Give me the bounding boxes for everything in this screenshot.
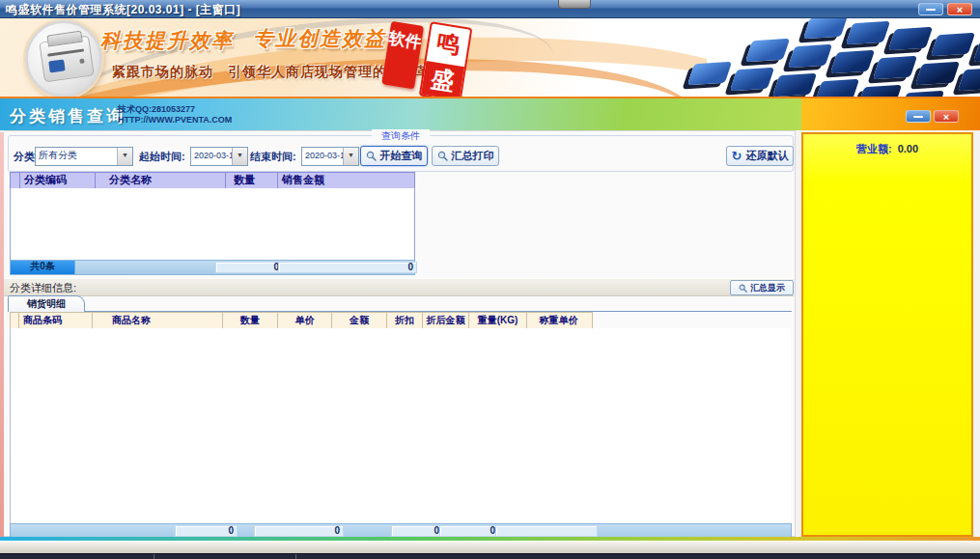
summary-print-button[interactable]: 汇总打印 xyxy=(432,146,499,166)
category-table-footer: 共0条 0 0 xyxy=(10,260,415,275)
summary-display-button[interactable]: 汇总显示 xyxy=(730,280,794,295)
restore-icon: ↻ xyxy=(732,150,742,162)
chevron-down-icon: ▼ xyxy=(232,148,247,165)
chevron-down-icon: ▼ xyxy=(117,148,132,165)
minimize-icon xyxy=(926,9,936,11)
window-close-button[interactable]: × xyxy=(947,3,972,15)
category-label: 分类 xyxy=(14,150,35,164)
category-table-body[interactable] xyxy=(10,188,415,260)
revenue-value: 0.00 xyxy=(895,143,918,154)
close-icon: × xyxy=(943,112,949,122)
banner-slogan-left: 科技提升效率 xyxy=(100,27,234,54)
column-header: 数量 xyxy=(226,173,278,189)
summary-display-label: 汇总显示 xyxy=(750,282,785,294)
amount-total: 0 xyxy=(278,262,417,273)
magnifier-icon xyxy=(366,151,377,161)
chevron-down-icon: ▼ xyxy=(343,148,358,165)
child-window-controls-bar: × xyxy=(801,98,980,130)
minimize-icon xyxy=(913,116,923,118)
taskbar-divider xyxy=(154,554,154,559)
revenue-side-panel: 营业额: 0.00 xyxy=(801,132,973,537)
row-selector-header xyxy=(11,313,19,329)
column-header: 销售金额 xyxy=(278,173,412,189)
column-header: 商品名称 xyxy=(93,313,223,329)
tab-sales-detail[interactable]: 销货明细 xyxy=(8,295,85,312)
tiles-decoration xyxy=(707,18,980,97)
column-header: 商品条码 xyxy=(19,313,93,329)
column-header: 分类名称 xyxy=(96,173,226,189)
child-minimize-button[interactable] xyxy=(906,110,931,123)
category-value: 所有分类 xyxy=(36,148,117,165)
amount-total: 0 xyxy=(254,525,344,537)
detail-table-body[interactable] xyxy=(10,328,791,523)
column-header: 折扣 xyxy=(387,313,423,329)
quantity-total: 0 xyxy=(215,262,283,273)
close-icon: × xyxy=(957,5,963,14)
query-panel: 查询条件 分类 所有分类 ▼ 起始时间: 2020-03-16 ▼ 结束时间: … xyxy=(4,130,796,537)
column-header: 分类编码 xyxy=(20,173,96,189)
status-bar xyxy=(0,541,980,553)
start-query-label: 开始查询 xyxy=(380,149,423,163)
detail-section-label: 分类详细信息: xyxy=(10,281,76,295)
magnifier-icon xyxy=(437,151,448,161)
company-stamp: 软件 鸣 盛 xyxy=(381,18,473,98)
banner-slogan-right: 专业创造效益 xyxy=(253,25,386,52)
window-minimize-button[interactable] xyxy=(918,3,943,15)
summary-print-label: 汇总打印 xyxy=(452,149,494,163)
magnifier-icon xyxy=(739,284,747,293)
discounted-total: 0 xyxy=(391,525,443,537)
banner: 科技提升效率 专业创造效益 紧跟市场的脉动 引领华人商店现场管理的效率革命 软件… xyxy=(0,18,980,98)
groupbox-title: 查询条件 xyxy=(372,129,430,143)
column-header: 金额 xyxy=(332,313,387,329)
page-title: 分类销售查询 xyxy=(10,105,126,127)
weight-total: 0 xyxy=(439,525,499,537)
subheader: 分类销售查询 技术QQ:281053277 HTTP://WWW.PVENTA.… xyxy=(0,98,801,130)
application-window: 鸣盛软件售价管理系统[20.03.01] - [主窗口] × 科技提升效率 专业… xyxy=(0,0,980,559)
column-header: 称重单价 xyxy=(527,313,590,329)
printer-logo xyxy=(25,20,102,98)
category-dropdown[interactable]: 所有分类 ▼ xyxy=(35,147,133,166)
empty-total-cell xyxy=(495,525,598,537)
taskbar-edge xyxy=(0,553,980,559)
start-query-button[interactable]: 开始查询 xyxy=(360,146,428,166)
taskbar-divider xyxy=(295,554,296,559)
restore-defaults-button[interactable]: ↻ 还原默认 xyxy=(726,146,794,166)
quantity-total: 0 xyxy=(175,525,238,537)
column-header: 折后金额 xyxy=(423,313,469,329)
detail-section-band: 分类详细信息: xyxy=(4,278,794,296)
column-header: 重量(KG) xyxy=(469,313,527,329)
printer-icon xyxy=(39,36,94,83)
column-header: 单价 xyxy=(278,313,332,329)
restore-defaults-label: 还原默认 xyxy=(745,149,788,163)
row-selector-header xyxy=(11,173,20,189)
end-date-picker[interactable]: 2020-03-16 ▼ xyxy=(301,147,359,166)
end-date-value: 2020-03-16 xyxy=(302,148,343,165)
start-time-label: 起始时间: xyxy=(139,150,185,164)
stamp-text-right-bottom: 盛 xyxy=(421,61,464,98)
revenue-label: 营业额: xyxy=(856,143,892,154)
start-date-picker[interactable]: 2020-03-16 ▼ xyxy=(190,147,248,166)
child-close-button[interactable]: × xyxy=(934,110,959,123)
end-time-label: 结束时间: xyxy=(250,150,296,164)
titlebar: 鸣盛软件售价管理系统[20.03.01] - [主窗口] × xyxy=(0,0,980,18)
window-title: 鸣盛软件售价管理系统[20.03.01] - [主窗口] xyxy=(6,2,240,18)
start-date-value: 2020-03-16 xyxy=(191,148,232,165)
titlebar-tab-decoration xyxy=(558,0,591,9)
website-text: HTTP://WWW.PVENTA.COM xyxy=(118,115,232,125)
stamp-text-right-top: 鸣 xyxy=(427,23,470,64)
column-header: 数量 xyxy=(223,313,278,329)
row-count-badge: 共0条 xyxy=(11,261,75,274)
